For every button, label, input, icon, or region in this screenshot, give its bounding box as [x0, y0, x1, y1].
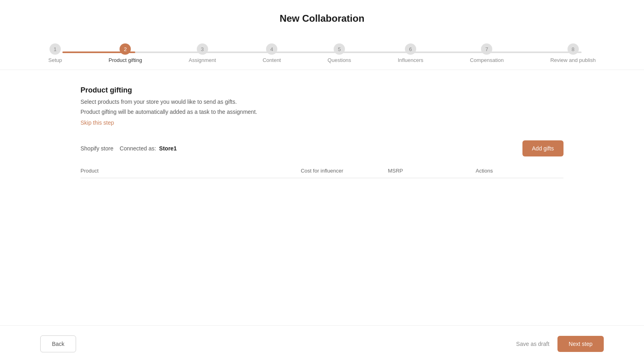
table-body — [80, 178, 564, 259]
store-name: Store1 — [159, 145, 177, 152]
step-4[interactable]: 4 Content — [262, 43, 281, 63]
add-gifts-button[interactable]: Add gifts — [522, 140, 564, 156]
step-6-circle: 6 — [405, 43, 416, 55]
save-draft-button[interactable]: Save as draft — [516, 341, 549, 347]
connected-prefix: Connected as: — [120, 145, 156, 152]
step-4-circle: 4 — [266, 43, 277, 55]
store-info: Shopify store Connected as: Store1 — [80, 145, 177, 152]
stepper-row: 1 Setup 2 Product gifting 3 Assignment — [48, 43, 596, 63]
step-1[interactable]: 1 Setup — [48, 43, 62, 63]
step-1-label: Setup — [48, 57, 62, 63]
main-content: Product gifting Select products from you… — [40, 70, 604, 325]
step-2-label: Product gifting — [109, 57, 142, 63]
step-3-label: Assignment — [189, 57, 216, 63]
step-6[interactable]: 6 Influencers — [398, 43, 423, 63]
step-1-circle: 1 — [50, 43, 61, 55]
step-7-circle: 7 — [481, 43, 492, 55]
section-title: Product gifting — [80, 86, 564, 95]
col-actions: Actions — [476, 168, 564, 174]
step-5-label: Questions — [328, 57, 351, 63]
section-desc-2: Product gifting will be automatically ad… — [80, 108, 564, 116]
page-title: New Collaboration — [0, 0, 644, 35]
step-6-label: Influencers — [398, 57, 423, 63]
section-desc-1: Select products from your store you woul… — [80, 98, 564, 106]
footer: Back Save as draft Next step — [0, 325, 644, 362]
step-5-circle: 5 — [334, 43, 345, 55]
back-button[interactable]: Back — [40, 335, 76, 352]
step-7[interactable]: 7 Compensation — [470, 43, 504, 63]
footer-actions: Save as draft Next step — [516, 336, 604, 352]
step-2[interactable]: 2 Product gifting — [109, 43, 142, 63]
col-cost: Cost for influencer — [256, 168, 388, 174]
table-header: Product Cost for influencer MSRP Actions — [80, 168, 564, 178]
step-8[interactable]: 8 Review and publish — [550, 43, 596, 63]
step-3-circle: 3 — [197, 43, 208, 55]
step-2-circle: 2 — [120, 43, 131, 55]
step-5[interactable]: 5 Questions — [328, 43, 351, 63]
next-step-button[interactable]: Next step — [557, 336, 604, 352]
col-msrp: MSRP — [388, 168, 476, 174]
store-label: Shopify store — [80, 145, 114, 152]
step-7-label: Compensation — [470, 57, 504, 63]
store-row: Shopify store Connected as: Store1 Add g… — [80, 140, 564, 156]
step-3[interactable]: 3 Assignment — [189, 43, 216, 63]
step-8-circle: 8 — [568, 43, 579, 55]
step-8-label: Review and publish — [550, 57, 596, 63]
step-4-label: Content — [262, 57, 281, 63]
stepper-section: 1 Setup 2 Product gifting 3 Assignment — [0, 35, 644, 70]
col-product: Product — [80, 168, 256, 174]
skip-step-link[interactable]: Skip this step — [80, 119, 114, 126]
